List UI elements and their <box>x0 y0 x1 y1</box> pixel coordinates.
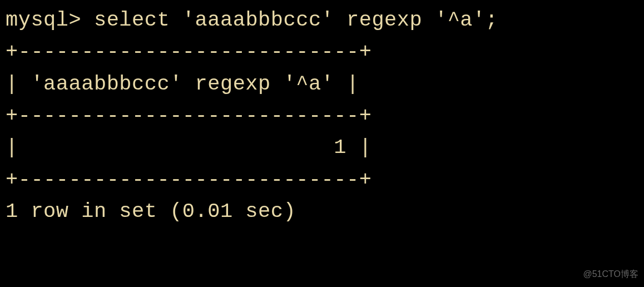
mysql-prompt: mysql> <box>6 8 94 32</box>
status-line: 1 row in set (0.01 sec) <box>6 196 638 227</box>
sql-command: select 'aaaabbbccc' regexp '^a'; <box>94 8 498 32</box>
table-data-row: | 1 | <box>6 132 638 164</box>
watermark: @51CTO博客 <box>583 268 638 281</box>
table-header-row: | 'aaaabbbccc' regexp '^a' | <box>6 68 638 100</box>
table-border-mid: +---------------------------+ <box>6 100 638 132</box>
table-border-bot: +---------------------------+ <box>6 164 638 196</box>
table-border-top: +---------------------------+ <box>6 36 638 68</box>
command-line[interactable]: mysql> select 'aaaabbbccc' regexp '^a'; <box>6 4 638 36</box>
